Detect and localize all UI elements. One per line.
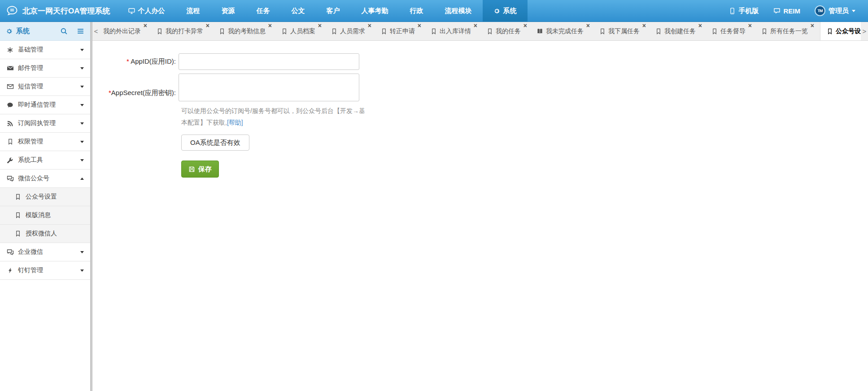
sidebar-item-9[interactable]: 模版消息: [0, 206, 90, 225]
app-brand: 北京一网天行OA管理系统: [0, 0, 118, 22]
user-avatar: TM: [815, 5, 825, 16]
sidebar-item-0[interactable]: 基础管理: [0, 41, 90, 59]
sidebar-item-5[interactable]: 权限管理: [0, 133, 90, 151]
tab-close-icon[interactable]: ×: [586, 22, 590, 29]
bookmark-icon: [6, 139, 14, 145]
bookmark-icon: [14, 212, 22, 218]
monitor-icon: [128, 8, 135, 14]
tab-close-icon[interactable]: ×: [206, 22, 209, 29]
nav-item-2[interactable]: 资源: [211, 0, 246, 22]
comment-icon: [6, 102, 14, 109]
tab-3[interactable]: 人员档案×: [278, 22, 323, 40]
tab-close-icon[interactable]: ×: [698, 22, 702, 29]
tab-13[interactable]: 公众号设置: [820, 22, 861, 40]
save-row: 保存: [181, 161, 868, 178]
tab-11[interactable]: 任务督导×: [708, 22, 753, 40]
tab-10[interactable]: 我创建任务×: [652, 22, 703, 40]
tab-1[interactable]: 我的打卡异常×: [153, 22, 211, 40]
tabs-container: 我的外出记录×我的打卡异常×我的考勤信息×人员档案×人员需求×转正申请×出入库详…: [100, 22, 861, 40]
nav-item-1[interactable]: 流程: [176, 0, 211, 22]
nav-item-label: 系统: [503, 7, 517, 15]
sidebar-item-1[interactable]: 邮件管理: [0, 59, 90, 78]
nav-item-5[interactable]: 客户: [316, 0, 351, 22]
nav-item-8[interactable]: 流程模块: [434, 0, 483, 22]
bars-icon[interactable]: [77, 27, 84, 35]
caret-down-icon: [80, 269, 84, 272]
appid-input[interactable]: [179, 53, 359, 70]
tab-9[interactable]: 我下属任务×: [596, 22, 647, 40]
tab-close-icon[interactable]: ×: [642, 22, 646, 29]
sidebar-item-4[interactable]: 订阅回执管理: [0, 114, 90, 133]
oa-validity-button[interactable]: OA系统是否有效: [181, 135, 249, 151]
tab-close-icon[interactable]: ×: [268, 22, 272, 29]
sidebar-item-2[interactable]: 短信管理: [0, 78, 90, 96]
tab-close-icon[interactable]: ×: [474, 22, 477, 29]
bolt-icon: [6, 267, 14, 274]
nav-item-3[interactable]: 任务: [246, 0, 281, 22]
tab-8[interactable]: 我未完成任务×: [533, 22, 591, 40]
gear-icon: [493, 8, 500, 14]
tab-2[interactable]: 我的考勤信息×: [215, 22, 273, 40]
bookmark-icon: [331, 28, 337, 35]
tab-12[interactable]: 所有任务一览×: [758, 22, 816, 40]
appid-label: * AppID(应用ID):: [92, 57, 179, 66]
navbar-right: 手机版 REIM TM 管理员: [722, 0, 868, 22]
nav-item-label: 人事考勤: [362, 7, 388, 15]
sidebar-item-7[interactable]: 微信公众号: [0, 169, 90, 188]
sidebar-item-label: 短信管理: [18, 83, 43, 91]
gear-icon: [6, 28, 13, 35]
chat-bubble-logo-icon: [6, 5, 18, 17]
tab-0[interactable]: 我的外出记录×: [100, 22, 148, 40]
sidebar-menu: 基础管理邮件管理短信管理即时通信管理订阅回执管理权限管理系统工具微信公众号公众号…: [0, 41, 90, 280]
sidebar-item-11[interactable]: 企业微信: [0, 243, 90, 261]
tab-scroll-right-icon[interactable]: >: [861, 22, 868, 40]
save-button[interactable]: 保存: [181, 161, 219, 178]
sidebar-item-3[interactable]: 即时通信管理: [0, 96, 90, 114]
bookmark-icon: [219, 28, 225, 35]
sidebar: 系统 基础管理邮件管理短信管理即时通信管理订阅回执管理权限管理系统工具微信公众号…: [0, 22, 90, 391]
tab-close-icon[interactable]: ×: [418, 22, 421, 29]
tab-5[interactable]: 转正申请×: [377, 22, 423, 40]
mail-filled-icon: [6, 65, 14, 72]
content-panel: * AppID(应用ID): *AppSecret(应用密钥): 可以使用公众号…: [92, 41, 868, 391]
mobile-version-button[interactable]: 手机版: [722, 7, 766, 15]
tab-label: 我的考勤信息: [228, 27, 266, 35]
sidebar-item-label: 即时通信管理: [18, 101, 56, 109]
appsecret-textarea[interactable]: [179, 74, 359, 101]
nav-item-9[interactable]: 系统: [483, 0, 528, 22]
chat-icon: [773, 7, 781, 14]
nav-item-0[interactable]: 个人办公: [118, 0, 176, 22]
tab-close-icon[interactable]: ×: [368, 22, 371, 29]
sidebar-item-10[interactable]: 授权微信人: [0, 225, 90, 243]
main-nav: 个人办公流程资源任务公文客户人事考勤行政流程模块系统: [118, 0, 528, 22]
wrench-icon: [6, 157, 14, 164]
nav-item-7[interactable]: 行政: [399, 0, 434, 22]
user-menu[interactable]: TM 管理员: [807, 5, 863, 16]
caret-down-icon: [80, 86, 84, 88]
nav-item-4[interactable]: 公文: [281, 0, 316, 22]
tab-close-icon[interactable]: ×: [144, 22, 147, 29]
sidebar-item-8[interactable]: 公众号设置: [0, 188, 90, 206]
appsecret-row: *AppSecret(应用密钥):: [92, 74, 868, 101]
sidebar-item-6[interactable]: 系统工具: [0, 151, 90, 169]
tab-7[interactable]: 我的任务×: [483, 22, 528, 40]
nav-item-label: 流程模块: [445, 7, 472, 15]
nav-item-6[interactable]: 人事考勤: [351, 0, 399, 22]
tab-close-icon[interactable]: ×: [523, 22, 527, 29]
search-icon[interactable]: [60, 27, 68, 35]
help-link[interactable]: [帮助]: [227, 119, 243, 126]
tab-label: 公众号设置: [836, 27, 861, 35]
tab-close-icon[interactable]: ×: [318, 22, 322, 29]
bookmark-icon: [599, 28, 606, 35]
caret-down-icon: [80, 159, 84, 161]
tab-label: 我的打卡异常: [166, 27, 203, 35]
tab-scroll-left-icon[interactable]: <: [92, 22, 100, 40]
caret-down-icon: [80, 49, 84, 51]
reim-button[interactable]: REIM: [766, 7, 808, 15]
tab-4[interactable]: 人员需求×: [327, 22, 373, 40]
sidebar-item-12[interactable]: 钉钉管理: [0, 261, 90, 280]
tab-6[interactable]: 出入库详情×: [427, 22, 479, 40]
comments-icon: [6, 175, 14, 182]
tab-close-icon[interactable]: ×: [811, 22, 814, 29]
tab-close-icon[interactable]: ×: [748, 22, 752, 29]
